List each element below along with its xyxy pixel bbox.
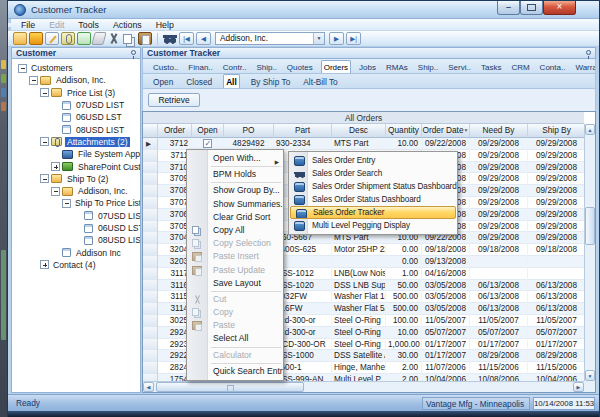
column-header[interactable]: Order Date▼ [422,124,470,138]
pin-icon[interactable] [131,50,136,55]
tab[interactable]: Conta.. [538,61,568,73]
context-menu-item[interactable]: Paste [187,319,283,332]
tree-item[interactable]: 07USD LIST [12,210,140,222]
context-menu-item[interactable]: Select All [187,332,283,345]
tree-item[interactable]: 06USD LST [12,222,140,234]
menu-bar-item[interactable]: Actions [113,20,142,30]
row-selector[interactable] [143,315,158,327]
subtab[interactable]: Closed [184,75,214,88]
tree-item[interactable]: File System Approval [12,148,140,160]
context-menu-item[interactable]: Save Layout [187,277,283,290]
vertical-scrollbar[interactable]: ▲ ▼ [584,124,595,381]
tab[interactable]: Tasks [479,61,503,73]
tree-expander[interactable] [18,64,27,73]
row-selector[interactable] [143,221,158,233]
tab[interactable]: Orders [321,60,351,73]
scroll-right-icon[interactable]: ▶ [573,382,584,392]
row-selector[interactable] [143,303,158,315]
context-menu-item[interactable]: Open With... ▶ [187,152,283,165]
context-menu-item[interactable]: Copy Selection [187,237,283,250]
menu-bar-item[interactable]: Help [156,20,174,30]
maximize-button[interactable] [520,1,543,15]
context-menu-item[interactable]: Copy [187,306,283,319]
submenu-item[interactable]: Sales Order Search [289,167,457,180]
tree-item[interactable]: 07USD LIST [12,99,140,111]
tree-item[interactable]: SharePoint Customer [12,160,140,172]
tree-expander[interactable] [40,137,49,146]
context-menu-item[interactable]: Cut [187,293,283,306]
vertical-scroll-thumb[interactable] [585,207,595,245]
row-selector[interactable] [143,244,158,256]
tree-expander[interactable] [62,199,71,208]
row-selector[interactable] [143,339,158,351]
sheet-icon[interactable] [77,32,91,45]
chevron-down-icon[interactable]: ▼ [313,33,324,44]
row-selector[interactable] [143,197,158,209]
edit-icon[interactable] [45,32,59,45]
row-selector[interactable] [143,209,158,221]
tree-expander[interactable] [51,162,60,171]
context-menu-item[interactable]: BPM Holds [187,168,283,181]
row-selector[interactable] [143,150,158,162]
context-menu-item[interactable]: Calculator [187,349,283,362]
tree-item[interactable]: Attachments (2) [12,136,140,148]
tab[interactable]: Quotes [285,61,315,73]
tree-item[interactable]: Price List (3) [12,87,140,99]
context-menu-item[interactable]: Show Group By... [187,184,283,197]
tree-item[interactable]: Addison Inc [12,246,140,258]
context-menu-item[interactable]: Paste Update [187,264,283,277]
row-selector[interactable] [143,173,158,185]
next-record-button[interactable]: ▶ [329,32,344,45]
scroll-up-icon[interactable]: ▲ [585,124,595,135]
row-selector[interactable] [143,280,158,292]
column-header[interactable]: PO [224,124,274,138]
column-header[interactable]: Desc [332,124,386,138]
first-record-button[interactable]: |◀ [179,32,194,45]
column-header[interactable]: Open [192,124,224,138]
context-menu-item[interactable]: Paste Insert [187,250,283,263]
submenu-item[interactable]: Sales Order Tracker [290,206,456,219]
search-icon[interactable] [163,32,177,45]
checkbox[interactable] [203,139,212,148]
last-record-button[interactable]: ▶| [346,32,361,45]
context-menu-item[interactable]: Show Summaries... [187,198,283,211]
tree-expander[interactable] [40,260,49,269]
tab[interactable]: Custo.. [151,61,180,73]
tab[interactable]: Contr.. [221,61,249,73]
context-menu-item[interactable]: Copy All [187,224,283,237]
tree-item[interactable]: Addison, Inc. [12,74,140,86]
column-header[interactable]: Ship By [528,124,586,138]
tab[interactable]: Finan.. [186,61,214,73]
retrieve-button[interactable]: Retrieve [148,93,200,107]
submenu-item[interactable]: Sales Order Shipment Status Dashboard [289,180,457,193]
row-selector[interactable] [143,362,158,374]
context-menu-item[interactable]: Clear Grid Sort [187,211,283,224]
tree-item[interactable]: 08USD LIST [12,234,140,246]
tree-expander[interactable] [40,88,49,97]
tree-item[interactable]: Ship To Price List (3) [12,197,140,209]
tree-expander[interactable] [29,76,38,85]
row-selector[interactable] [143,350,158,362]
copy-icon[interactable] [123,34,132,44]
column-header[interactable]: Need By [470,124,528,138]
scroll-left-icon[interactable]: ◀ [143,382,154,392]
tab[interactable]: Ship.. [254,61,278,73]
save-icon[interactable] [29,32,43,45]
new-icon[interactable] [13,32,27,45]
paste-icon[interactable] [138,32,152,45]
tab[interactable]: Jobs [357,61,378,73]
menu-bar-item[interactable]: File [21,20,35,30]
tab[interactable]: RMAs [384,61,410,73]
column-header[interactable]: Part [274,124,332,138]
menu-bar-item[interactable]: Edit [49,20,64,30]
subtab[interactable]: Open [151,75,175,88]
tree-item[interactable]: 06USD LST [12,111,140,123]
close-button[interactable]: × [543,1,576,15]
submenu-item[interactable]: Multi Level Pegging Display [289,219,457,232]
tree-item[interactable]: Customers [12,62,140,74]
subtab[interactable]: By Ship To [249,75,293,88]
row-selector[interactable] [143,185,158,197]
minimize-button[interactable]: – [497,1,520,15]
row-selector[interactable] [143,162,158,174]
column-header[interactable]: Order [158,124,192,138]
